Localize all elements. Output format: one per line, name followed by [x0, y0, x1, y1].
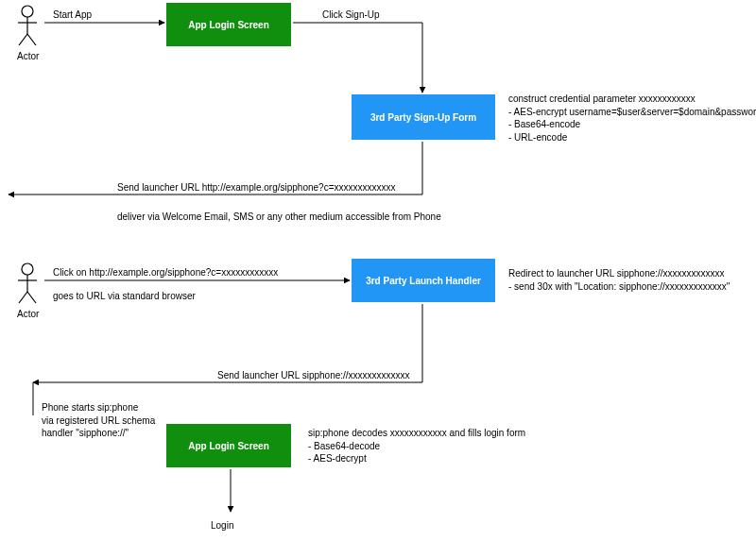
label-click-signup: Click Sign-Up [322, 8, 380, 22]
label-redirect: Redirect to launcher URL sipphone://xxxx… [508, 267, 730, 293]
box-label: 3rd Party Launch Handler [366, 276, 481, 286]
svg-line-3 [19, 34, 27, 45]
box-label: App Login Screen [188, 441, 269, 451]
box-label: 3rd Party Sign-Up Form [370, 112, 476, 123]
label-send-url: Send launcher URL http://example.org/sip… [117, 181, 396, 194]
svg-line-8 [19, 292, 27, 303]
svg-point-5 [22, 263, 33, 275]
svg-line-4 [27, 34, 36, 45]
box-app-login-screen: App Login Screen [166, 3, 291, 46]
box-signup-form: 3rd Party Sign-Up Form [352, 94, 495, 140]
box-app-login-screen: App Login Screen [166, 424, 291, 467]
label-decodes: sip:phone decodes xxxxxxxxxxxx and fills… [308, 427, 525, 465]
actor-icon [18, 6, 37, 45]
actor-label: Actor [17, 308, 39, 321]
label-login: Login [211, 519, 233, 533]
svg-point-0 [22, 6, 33, 17]
actor-label: Actor [17, 50, 39, 63]
label-construct: construct credential parameter xxxxxxxxx… [508, 93, 756, 144]
box-label: App Login Screen [188, 20, 269, 30]
label-start-app: Start App [53, 8, 92, 22]
label-send-url: Send launcher URL sipphone://xxxxxxxxxxx… [217, 369, 410, 382]
label-deliver: deliver via Welcome Email, SMS or any ot… [117, 211, 441, 224]
svg-line-9 [27, 292, 36, 303]
label-goes-to: goes to URL via standard browser [53, 290, 196, 303]
label-phone-starts: Phone starts sip:phone via registered UR… [42, 401, 155, 440]
box-launch-handler: 3rd Party Launch Handler [352, 259, 495, 302]
label-click-on: Click on http://example.org/sipphone?c=x… [53, 266, 278, 279]
actor-icon [18, 263, 37, 303]
